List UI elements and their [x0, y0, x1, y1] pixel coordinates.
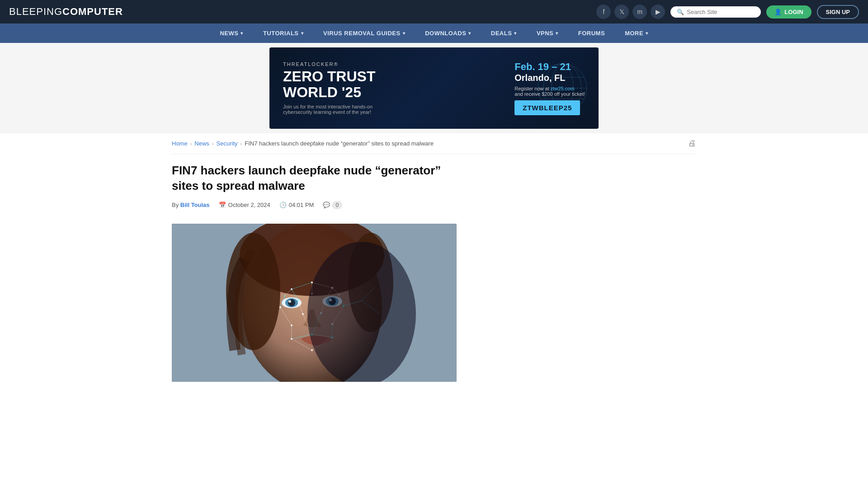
- article-meta: By Bill Toulas 📅 October 2, 2024 🕓 04:01…: [172, 201, 461, 215]
- site-logo[interactable]: BLEEPINGCOMPUTER: [9, 6, 123, 18]
- breadcrumb-current: FIN7 hackers launch deepfake nude “gener…: [245, 140, 434, 147]
- main-column: FIN7 hackers launch deepfake nude “gener…: [172, 154, 461, 382]
- comment-count: 0: [332, 201, 342, 209]
- nav-label-virus: VIRUS REMOVAL GUIDES: [323, 30, 401, 37]
- svg-point-14: [288, 300, 291, 303]
- author-link[interactable]: Bill Toulas: [180, 202, 210, 208]
- login-button[interactable]: 👤 LOGIN: [766, 5, 811, 19]
- breadcrumb-sep-2: ›: [212, 141, 214, 146]
- nav-label-news: NEWS: [220, 30, 238, 37]
- nav-item-tutorials[interactable]: TUTORIALS ▾: [253, 23, 313, 43]
- article-title: FIN7 hackers launch deepfake nude “gener…: [172, 163, 461, 194]
- ad-title-line1: ZERO TRUST: [283, 69, 501, 84]
- nav-label-deals: DEALS: [491, 30, 512, 37]
- breadcrumb: Home › News › Security › FIN7 hackers la…: [172, 133, 696, 154]
- svg-point-61: [307, 242, 416, 382]
- article-layout: FIN7 hackers launch deepfake nude “gener…: [172, 154, 696, 382]
- nav-item-more[interactable]: MORE ▾: [615, 23, 658, 43]
- ad-title: ZERO TRUST WORLD '25: [283, 69, 501, 100]
- comment-icon: 💬: [323, 202, 330, 208]
- ad-location: Orlando, FL: [514, 73, 585, 83]
- search-bar: 🔍: [670, 6, 761, 18]
- chevron-down-icon: ▾: [403, 31, 406, 36]
- time-meta: 🕓 04:01 PM: [279, 202, 314, 208]
- article-hero-image: [172, 224, 457, 382]
- site-header: BLEEPINGCOMPUTER f 𝕏 m ▶ 🔍 👤 LOGIN SIGN …: [0, 0, 868, 23]
- ad-right-section: Feb. 19 – 21 Orlando, FL Register now at…: [501, 61, 585, 115]
- nav-item-vpns[interactable]: VPNS ▾: [527, 23, 568, 43]
- logo-text-light: BLEEPING: [9, 6, 62, 17]
- chevron-down-icon: ▾: [301, 31, 304, 36]
- logo-text-bold: COMPUTER: [62, 6, 123, 17]
- svg-point-13: [288, 299, 295, 306]
- nav-label-tutorials: TUTORIALS: [263, 30, 299, 37]
- nav-label-more: MORE: [625, 30, 643, 37]
- ad-date: Feb. 19 – 21: [514, 61, 585, 73]
- ad-promo-code: ZTWBLEEP25: [514, 100, 580, 115]
- user-icon: 👤: [774, 9, 782, 15]
- search-input[interactable]: [687, 9, 755, 15]
- nav-item-deals[interactable]: DEALS ▾: [481, 23, 527, 43]
- youtube-icon[interactable]: ▶: [651, 5, 665, 19]
- chevron-down-icon: ▾: [556, 31, 558, 36]
- article-hero-svg: [172, 224, 457, 382]
- nav-item-downloads[interactable]: DOWNLOADS ▾: [415, 23, 481, 43]
- date-meta: 📅 October 2, 2024: [219, 202, 270, 208]
- ad-left-section: THREATLOCKER® ZERO TRUST WORLD '25 Join …: [283, 61, 501, 115]
- print-icon[interactable]: 🖨: [688, 139, 696, 148]
- ad-url-link[interactable]: ztw25.com: [551, 86, 575, 91]
- signup-label: SIGN UP: [826, 9, 850, 15]
- facebook-icon[interactable]: f: [596, 5, 611, 19]
- breadcrumb-security[interactable]: Security: [217, 140, 238, 147]
- content-wrapper: Home › News › Security › FIN7 hackers la…: [163, 133, 705, 382]
- ad-title-line2: WORLD '25: [283, 84, 501, 100]
- login-label: LOGIN: [784, 9, 803, 15]
- breadcrumb-sep-3: ›: [241, 141, 242, 146]
- article-date: October 2, 2024: [228, 202, 270, 208]
- nav-item-news[interactable]: NEWS ▾: [210, 23, 253, 43]
- nav-label-vpns: VPNS: [537, 30, 553, 37]
- ad-content[interactable]: THREATLOCKER® ZERO TRUST WORLD '25 Join …: [269, 47, 599, 129]
- chevron-down-icon: ▾: [468, 31, 471, 36]
- ad-banner[interactable]: THREATLOCKER® ZERO TRUST WORLD '25 Join …: [0, 43, 868, 133]
- header-right: f 𝕏 m ▶ 🔍 👤 LOGIN SIGN UP: [596, 5, 859, 19]
- nav-item-forums[interactable]: FORUMS: [568, 23, 615, 43]
- nav-label-forums: FORUMS: [578, 30, 605, 37]
- comment-meta[interactable]: 💬 0: [323, 201, 342, 209]
- article-time: 04:01 PM: [289, 202, 314, 208]
- breadcrumb-left: Home › News › Security › FIN7 hackers la…: [172, 140, 434, 147]
- chevron-down-icon: ▾: [646, 31, 648, 36]
- chevron-down-icon: ▾: [241, 31, 243, 36]
- breadcrumb-sep-1: ›: [190, 141, 192, 146]
- breadcrumb-home[interactable]: Home: [172, 140, 188, 147]
- twitter-icon[interactable]: 𝕏: [614, 5, 629, 19]
- breadcrumb-news[interactable]: News: [194, 140, 209, 147]
- nav-label-downloads: DOWNLOADS: [425, 30, 466, 37]
- search-icon: 🔍: [677, 9, 684, 15]
- social-icons: f 𝕏 m ▶: [596, 5, 665, 19]
- signup-button[interactable]: SIGN UP: [817, 5, 859, 19]
- ad-brand: THREATLOCKER®: [283, 61, 501, 67]
- clock-icon: 🕓: [279, 202, 287, 208]
- author-by: By Bill Toulas: [172, 202, 210, 208]
- mastodon-icon[interactable]: m: [632, 5, 647, 19]
- calendar-icon: 📅: [219, 202, 226, 208]
- main-nav: NEWS ▾ TUTORIALS ▾ VIRUS REMOVAL GUIDES …: [0, 23, 868, 43]
- nav-item-virus-removal[interactable]: VIRUS REMOVAL GUIDES ▾: [313, 23, 415, 43]
- ad-subtitle: Join us for the most interactive hands-o…: [283, 104, 501, 115]
- chevron-down-icon: ▾: [514, 31, 517, 36]
- sidebar-column: [475, 154, 696, 382]
- ad-register: Register now at ztw25.com and receive $2…: [514, 86, 585, 97]
